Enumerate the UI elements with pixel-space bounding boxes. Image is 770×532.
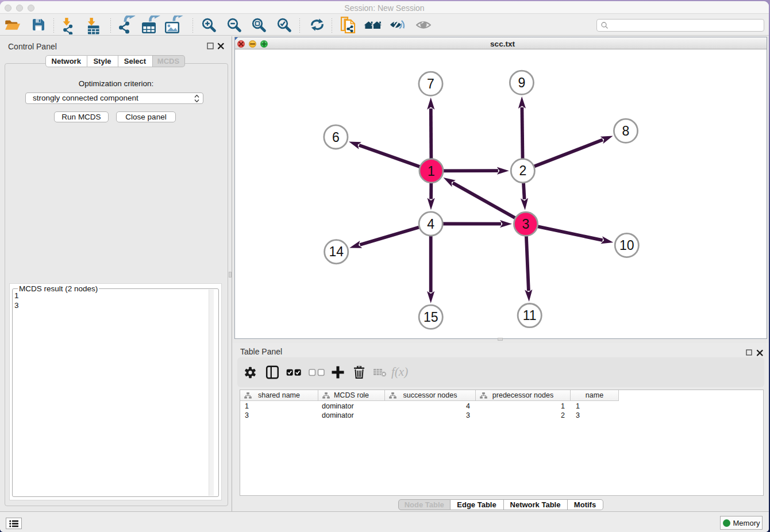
svg-text:7: 7	[427, 76, 434, 91]
svg-text:3: 3	[522, 217, 530, 232]
svg-text:1: 1	[428, 164, 435, 179]
svg-text:9: 9	[518, 75, 526, 90]
svg-text:15: 15	[424, 310, 438, 325]
svg-text:4: 4	[427, 217, 434, 232]
svg-text:14: 14	[329, 244, 344, 259]
svg-text:6: 6	[332, 130, 340, 145]
svg-text:11: 11	[523, 308, 537, 323]
svg-text:2: 2	[519, 163, 526, 178]
svg-text:10: 10	[619, 238, 634, 253]
svg-text:8: 8	[622, 124, 630, 138]
